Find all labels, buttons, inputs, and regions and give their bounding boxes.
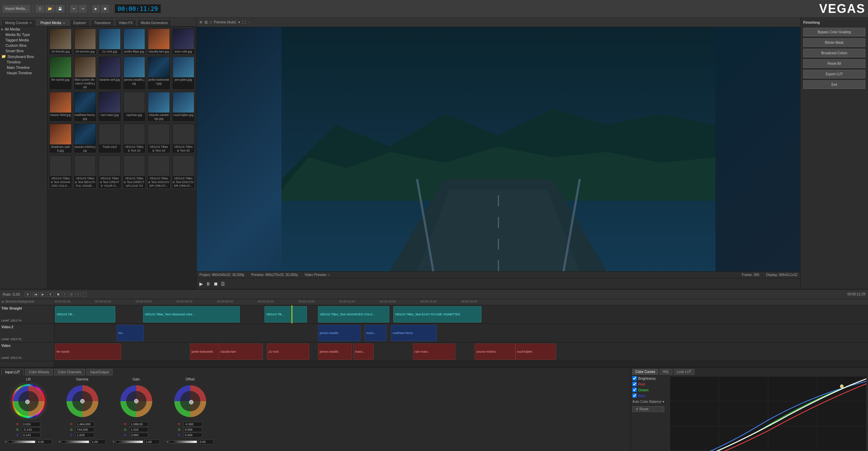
- gain-y-value[interactable]: [144, 439, 160, 444]
- undo-button[interactable]: ↩: [70, 5, 78, 13]
- gain-handle[interactable]: [134, 399, 138, 403]
- gamma-g-input[interactable]: [76, 427, 94, 432]
- timeline-play-button[interactable]: ▶: [40, 292, 46, 297]
- media-item-4[interactable]: claudia-lam.jpg: [147, 28, 171, 55]
- lift-b-input[interactable]: [22, 433, 40, 437]
- media-item-5[interactable]: evor-cole.jpg: [172, 28, 195, 55]
- mixing-console-close[interactable]: ✕: [29, 21, 32, 25]
- lift-y-value[interactable]: [37, 439, 52, 444]
- auto-color-balance-button[interactable]: Auto Color Balance ▾: [632, 400, 664, 404]
- media-item-0[interactable]: 19-friends.jpg: [49, 28, 72, 55]
- import-media-button[interactable]: Import Media...: [3, 5, 30, 13]
- clip-0-1[interactable]: VEGAS Titles_Text Advanced color...: [143, 306, 240, 322]
- tree-storyboard-bins[interactable]: 📁 Storyboard Bins: [0, 54, 47, 59]
- project-media-close[interactable]: ✕: [63, 21, 65, 25]
- offset-y-value[interactable]: [198, 439, 214, 444]
- preview-more-button[interactable]: ⋯: [248, 20, 251, 24]
- broadcast-colors-button[interactable]: Broadcast Colors: [803, 49, 865, 57]
- media-item-3[interactable]: andre-filipe.jpg: [123, 28, 146, 55]
- clip-2-6[interactable]: ram-maru: [413, 344, 455, 360]
- gamma-y-value[interactable]: [91, 439, 106, 444]
- blue-checkbox[interactable]: [632, 393, 637, 398]
- gamma-handle[interactable]: [80, 399, 84, 403]
- gamma-y-slider[interactable]: [62, 440, 89, 443]
- clip-2-0[interactable]: fer-nando: [55, 344, 121, 360]
- brightness-checkbox[interactable]: [632, 376, 637, 380]
- timeline-snap-button[interactable]: ⊕: [25, 292, 31, 297]
- media-item-26[interactable]: VEGAS Titles & Text CREATE YOUR O...: [98, 155, 121, 189]
- media-item-16[interactable]: rolands-varsbergs.jpg: [147, 91, 171, 122]
- red-checkbox[interactable]: [632, 382, 637, 386]
- clip-2-2[interactable]: claudia-lam: [219, 344, 263, 360]
- media-item-21[interactable]: VEGAS Titles & Text 42: [123, 123, 146, 154]
- preview-fullscreen-button[interactable]: ⛶: [242, 20, 245, 24]
- stop-all-button[interactable]: ⏹: [213, 281, 218, 287]
- timeline-stop-button[interactable]: ⏹: [55, 292, 61, 297]
- new-project-button[interactable]: 🗋: [36, 5, 44, 13]
- lift-g-input[interactable]: [22, 427, 40, 432]
- media-item-2[interactable]: 21-rock.jpg: [98, 28, 121, 55]
- tab-explorer[interactable]: Explorer: [70, 19, 90, 26]
- media-item-14[interactable]: ram-maru.jpg: [98, 91, 121, 122]
- timeline-mark-out[interactable]: O: [68, 292, 74, 297]
- media-item-10[interactable]: janke-laskowski.jpg: [147, 56, 171, 90]
- timeline-zoom-in[interactable]: +: [76, 292, 81, 297]
- tab-transitions[interactable]: Transitions: [91, 19, 115, 26]
- open-button[interactable]: 📂: [45, 5, 54, 13]
- clip-2-5[interactable]: maso...: [353, 344, 374, 360]
- media-item-9[interactable]: james-zwadlo.jpg: [123, 56, 146, 90]
- gain-wheel[interactable]: [118, 383, 155, 420]
- gain-g-input[interactable]: [130, 427, 148, 432]
- loop-button[interactable]: ☰: [221, 281, 225, 287]
- tree-haupt-timeline[interactable]: Haupt-Timeline: [0, 70, 47, 76]
- clip-1-1[interactable]: james-zwadlo: [318, 325, 360, 341]
- clip-2-8[interactable]: ruud-luijten: [515, 344, 556, 360]
- media-item-20[interactable]: Track.mp3: [98, 123, 121, 154]
- media-item-1[interactable]: 20-women.jpg: [74, 28, 97, 55]
- color-tab-color-wheels[interactable]: Color Wheels: [25, 369, 53, 375]
- preview-quality-button[interactable]: ▾: [238, 20, 240, 24]
- clip-0-3[interactable]: VEGAS Titles_Text ADVANCED COLO...: [318, 306, 389, 322]
- green-checkbox[interactable]: [632, 388, 637, 392]
- play-button[interactable]: ▶: [92, 5, 100, 13]
- tree-custom-bins[interactable]: Custom Bins: [0, 43, 47, 48]
- tab-media-generators[interactable]: Media Generators: [137, 19, 172, 26]
- media-item-13[interactable]: matthew-henry.jpg: [74, 91, 97, 122]
- media-item-19[interactable]: sourav-mishra.jpg: [74, 123, 97, 154]
- curves-tab-color-curves[interactable]: Color Curves: [632, 369, 658, 375]
- gain-b-input[interactable]: [130, 433, 148, 437]
- exit-button[interactable]: Exit: [803, 80, 865, 89]
- tree-all-media[interactable]: ▶ All Media: [0, 26, 47, 32]
- pause-button[interactable]: ⏸: [206, 281, 211, 287]
- export-lut-button[interactable]: Export LUT: [803, 70, 865, 78]
- gamma-r-input[interactable]: [76, 422, 94, 427]
- gain-r-input[interactable]: [130, 422, 148, 427]
- tree-tagged-media[interactable]: Tagged Media: [0, 37, 47, 43]
- media-item-8[interactable]: iswanto-arif.jpg: [98, 56, 121, 90]
- preview-settings-button[interactable]: ⚙: [199, 20, 202, 24]
- offset-r-input[interactable]: [183, 422, 202, 427]
- clip-1-0[interactable]: bw...: [117, 325, 144, 341]
- offset-y-slider[interactable]: [170, 440, 197, 443]
- color-tab-input-output[interactable]: Input/Output: [86, 369, 113, 375]
- save-button[interactable]: 💾: [56, 5, 64, 13]
- play-pause-button[interactable]: ▶: [199, 281, 203, 287]
- lift-handle[interactable]: [25, 400, 29, 404]
- media-item-24[interactable]: VEGAS Titles & Text ADVANCED COLO...: [49, 155, 72, 189]
- video-preview-label[interactable]: Video Preview ☆: [304, 273, 330, 277]
- redo-button[interactable]: ↪: [79, 5, 86, 13]
- media-item-23[interactable]: VEGAS Titles & Text 45: [172, 123, 195, 154]
- clip-2-4[interactable]: james-zwadlo: [318, 344, 352, 360]
- stop-button[interactable]: ⏹: [101, 5, 109, 13]
- gamma-b-input[interactable]: [76, 433, 94, 437]
- lift-y-slider[interactable]: [8, 440, 35, 443]
- media-item-12[interactable]: mason-field.jpg: [49, 91, 72, 122]
- clip-1-2[interactable]: maso...: [364, 325, 387, 341]
- tab-video-fx[interactable]: Video FX: [115, 19, 136, 26]
- lift-r-input[interactable]: [22, 422, 40, 427]
- tree-timeline[interactable]: Timeline: [0, 59, 47, 65]
- timeline-mark-in[interactable]: I: [63, 292, 67, 297]
- media-item-7[interactable]: lilian-justen-de-vasco ncellos.jpg: [74, 56, 97, 90]
- timeline-zoom-out[interactable]: -: [82, 292, 86, 297]
- bypass-color-grading-button[interactable]: Bypass Color Grading: [803, 28, 865, 36]
